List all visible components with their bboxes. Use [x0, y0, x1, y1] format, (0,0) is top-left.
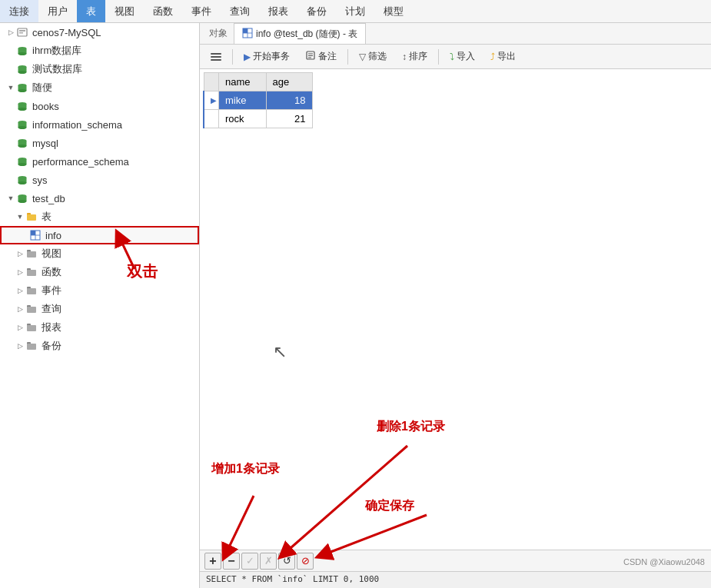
db-icon-ihrm [15, 45, 29, 56]
connection-icon [15, 27, 29, 38]
svg-point-20 [18, 145, 27, 148]
menu-table[interactable]: 表 [77, 0, 105, 22]
hamburger-icon [211, 53, 221, 61]
export-btn[interactable]: ⤴ 导出 [484, 48, 522, 65]
start-transaction-btn[interactable]: ▶ 开始事务 [238, 48, 296, 65]
svg-point-11 [18, 89, 27, 92]
sidebar-item-info[interactable]: info [0, 226, 199, 244]
sidebar-item-beifen[interactable]: ▷ 备份 [0, 337, 199, 355]
svg-rect-2 [19, 32, 23, 34]
notes-btn[interactable]: 备注 [299, 48, 343, 65]
data-table: name age ▶ mike 18 rock 21 [203, 72, 313, 128]
svg-rect-1 [19, 30, 25, 32]
sidebar-item-biao-folder[interactable]: ▼ 表 [0, 208, 199, 226]
expand-arrow-cenos7: ▷ [6, 28, 15, 37]
sql-text: SELECT * FROM `info` LIMIT 0, 1000 [206, 574, 379, 584]
notes-label: 备注 [318, 50, 337, 63]
table-row[interactable]: rock 21 [204, 110, 312, 128]
filter-btn[interactable]: ▽ 筛选 [353, 48, 393, 65]
sidebar-item-baobiao[interactable]: ▷ 报表 [0, 318, 199, 337]
cell-mike-name[interactable]: mike [219, 91, 267, 110]
menu-backup[interactable]: 备份 [297, 0, 336, 22]
sidebar-label-ihrm: ihrm数据库 [32, 44, 81, 58]
cell-mike-age[interactable]: 18 [266, 91, 312, 110]
query-folder-icon [25, 304, 38, 314]
sidebar-item-shitu[interactable]: ▷ 视图 [0, 244, 199, 263]
sidebar-label-baobiao: 报表 [42, 321, 61, 334]
expand-arrow-baobiao: ▷ [15, 323, 25, 332]
col-header-arrow [204, 73, 219, 91]
start-transaction-label: 开始事务 [253, 50, 290, 63]
sidebar-item-books[interactable]: books [0, 97, 199, 115]
menu-schedule[interactable]: 计划 [336, 0, 374, 22]
sidebar-label-sys: sys [32, 174, 48, 186]
hamburger-btn[interactable] [204, 51, 228, 62]
add-record-btn[interactable]: + [204, 553, 221, 570]
expand-arrow-suiban: ▼ [6, 83, 15, 92]
svg-point-23 [18, 163, 27, 166]
menu-event[interactable]: 事件 [182, 0, 221, 22]
menu-connect[interactable]: 连接 [0, 0, 38, 22]
db-icon-test [15, 64, 29, 75]
sort-icon: ↕ [402, 51, 407, 62]
sidebar-item-cenos7-mysql[interactable]: ▷ cenos7-MySQL [0, 23, 199, 42]
svg-rect-43 [27, 307, 36, 313]
tick-btn[interactable]: ✓ [241, 553, 258, 570]
import-btn[interactable]: ⤵ 导入 [444, 48, 481, 65]
sidebar-item-chaxun[interactable]: ▷ 查询 [0, 300, 199, 318]
toolbar-sep3 [438, 49, 439, 65]
sidebar-item-mysql[interactable]: mysql [0, 134, 199, 152]
sidebar-label-info-schema: information_schema [32, 119, 122, 131]
sql-bar: SELECT * FROM `info` LIMIT 0, 1000 [200, 571, 711, 588]
sidebar-item-shijian[interactable]: ▷ 事件 [0, 281, 199, 300]
db-icon-sys [15, 174, 29, 185]
table-row[interactable]: ▶ mike 18 [204, 91, 312, 110]
sidebar-item-testdb-label[interactable]: ▷ 测试数据库 [0, 60, 199, 78]
refresh-btn[interactable]: ↺ [278, 553, 295, 570]
tab-info-table[interactable]: info @test_db (随便) - 表 [234, 23, 366, 44]
svg-rect-37 [27, 251, 36, 257]
svg-point-14 [18, 108, 27, 111]
col-header-age[interactable]: age [266, 73, 312, 91]
db-icon-suiban [15, 82, 29, 93]
sidebar-label-beifen: 备份 [42, 339, 61, 353]
cell-rock-age[interactable]: 21 [266, 110, 312, 128]
menu-model[interactable]: 模型 [374, 0, 413, 22]
sidebar-label-hanshu: 函数 [42, 265, 61, 279]
filter-icon: ▽ [359, 51, 366, 62]
cell-rock-name[interactable]: rock [219, 110, 267, 128]
stop-btn[interactable]: ⊘ [297, 553, 314, 570]
sidebar-item-hanshu[interactable]: ▷ 函数 [0, 263, 199, 281]
view-folder-icon [25, 248, 38, 259]
export-icon: ⤴ [490, 51, 495, 62]
menu-report[interactable]: 报表 [259, 0, 297, 22]
sidebar-item-sys[interactable]: sys [0, 171, 199, 189]
expand-arrow-shijian: ▷ [15, 286, 25, 295]
db-icon-mysql [15, 138, 29, 148]
expand-arrow-beifen: ▷ [15, 341, 25, 350]
toolbar: ▶ 开始事务 备注 ▽ 筛选 ↕ 排序 [200, 45, 711, 69]
svg-rect-49 [243, 28, 248, 33]
object-label: 对象 [203, 27, 234, 40]
sidebar-label-perf-schema: performance_schema [32, 156, 129, 168]
expand-arrow-biao: ▼ [15, 212, 25, 221]
sidebar-item-test-db[interactable]: ▼ test_db [0, 189, 199, 208]
svg-rect-45 [27, 325, 36, 331]
menu-function[interactable]: 函数 [144, 0, 182, 22]
delete-record-btn[interactable]: − [223, 553, 240, 570]
export-label: 导出 [497, 50, 516, 63]
content-area: 对象 info @test_db (随便) - 表 [200, 23, 711, 588]
col-header-name[interactable]: name [219, 73, 267, 91]
menu-view[interactable]: 视图 [105, 0, 144, 22]
menu-users[interactable]: 用户 [38, 0, 77, 22]
cross-btn[interactable]: ✗ [260, 553, 277, 570]
sidebar-label-info: info [45, 230, 61, 241]
sidebar-label-biao: 表 [42, 210, 51, 224]
sidebar-item-suiban[interactable]: ▼ 随便 [0, 78, 199, 97]
menu-query[interactable]: 查询 [221, 0, 259, 22]
svg-point-29 [18, 200, 27, 203]
sort-btn[interactable]: ↕ 排序 [396, 48, 434, 65]
sidebar-item-ihrm[interactable]: ▷ ihrm数据库 [0, 42, 199, 60]
sidebar-item-perf-schema[interactable]: performance_schema [0, 152, 199, 171]
sidebar-item-info-schema[interactable]: information_schema [0, 115, 199, 134]
